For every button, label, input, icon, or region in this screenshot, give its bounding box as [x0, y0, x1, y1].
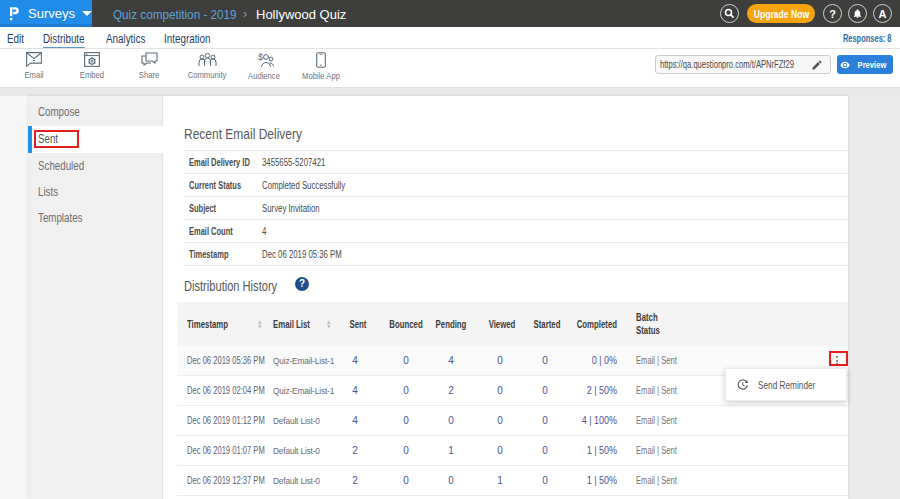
svg-text:$: $ — [258, 52, 263, 62]
